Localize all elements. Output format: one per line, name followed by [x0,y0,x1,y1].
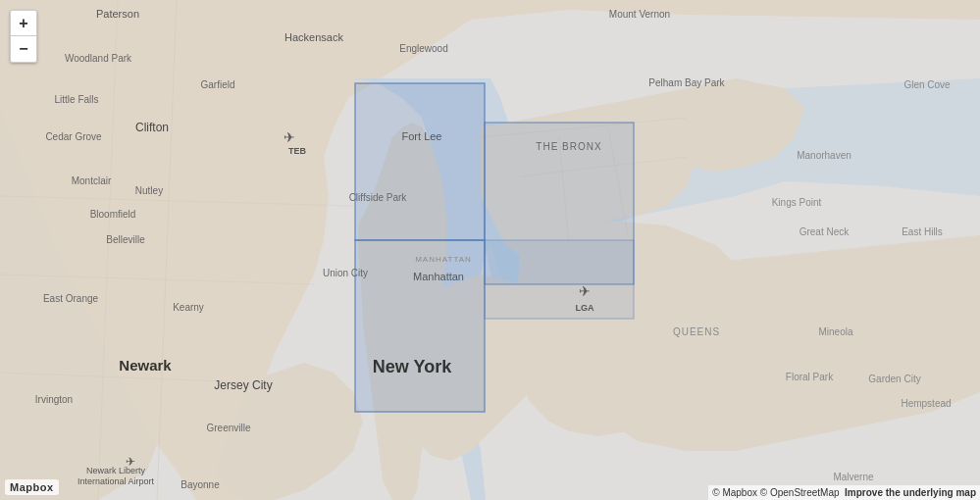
svg-text:Floral Park: Floral Park [786,372,834,382]
svg-text:Garfield: Garfield [200,79,234,90]
svg-text:Belleville: Belleville [106,234,145,245]
svg-text:✈: ✈ [579,283,591,299]
svg-text:Newark: Newark [119,357,172,374]
svg-text:Kings Point: Kings Point [772,197,822,208]
svg-text:MANHATTAN: MANHATTAN [415,255,472,264]
zoom-out-button[interactable]: − [11,36,36,62]
svg-text:Fort Lee: Fort Lee [402,130,442,142]
svg-text:Union City: Union City [323,268,368,278]
svg-text:Hackensack: Hackensack [284,31,343,43]
svg-text:✈: ✈ [284,129,295,145]
svg-rect-29 [485,240,634,319]
map-svg: ✈ TEB ✈ LGA ✈ Paterson Woodland Park Mou… [0,0,980,500]
svg-rect-28 [355,240,485,412]
svg-text:Greenville: Greenville [206,423,250,433]
svg-text:Pelham Bay Park: Pelham Bay Park [648,77,725,88]
mapbox-logo: Mapbox [5,479,59,495]
svg-text:Bloomfield: Bloomfield [90,209,136,220]
svg-rect-26 [355,83,485,240]
svg-text:Nutley: Nutley [135,185,163,196]
svg-text:International Airport: International Airport [77,476,155,486]
svg-text:Mineola: Mineola [818,326,852,337]
svg-text:Cedar Grove: Cedar Grove [45,131,102,142]
svg-text:Little Falls: Little Falls [54,94,98,105]
svg-text:Manorhaven: Manorhaven [797,150,851,161]
svg-text:Manhattan: Manhattan [413,271,464,282]
svg-text:QUEENS: QUEENS [673,326,720,337]
map-attribution: © Mapbox © OpenStreetMap Improve the und… [708,485,980,500]
svg-text:Kearny: Kearny [173,302,204,313]
svg-text:Newark Liberty: Newark Liberty [86,466,146,475]
svg-text:East Hills: East Hills [902,226,943,237]
svg-text:TEB: TEB [288,146,307,156]
svg-text:Woodland Park: Woodland Park [65,53,132,64]
svg-text:Clifton: Clifton [135,121,169,134]
attribution-text: © Mapbox © OpenStreetMap [712,487,839,498]
zoom-controls: + − [10,10,37,63]
svg-text:Jersey City: Jersey City [214,378,272,392]
svg-text:Mount Vernon: Mount Vernon [609,9,670,20]
svg-text:Malverne: Malverne [833,472,874,482]
svg-text:Hempstead: Hempstead [901,398,951,409]
svg-text:East Orange: East Orange [43,293,99,304]
improve-map-link[interactable]: Improve the underlying map [845,487,976,498]
svg-text:Montclair: Montclair [72,175,112,186]
svg-text:Cliffside Park: Cliffside Park [349,192,408,203]
svg-text:LGA: LGA [576,303,594,313]
svg-text:Glen Cove: Glen Cove [903,79,951,90]
zoom-in-button[interactable]: + [11,11,36,36]
svg-text:Great Neck: Great Neck [799,226,851,237]
svg-text:Englewood: Englewood [399,43,447,54]
svg-text:Paterson: Paterson [96,8,139,20]
svg-text:Bayonne: Bayonne [181,479,220,490]
svg-text:New York: New York [373,357,452,376]
svg-text:Garden City: Garden City [868,374,920,384]
map-container: ✈ TEB ✈ LGA ✈ Paterson Woodland Park Mou… [0,0,980,500]
svg-text:THE BRONX: THE BRONX [536,141,601,152]
svg-text:Irvington: Irvington [35,394,73,405]
